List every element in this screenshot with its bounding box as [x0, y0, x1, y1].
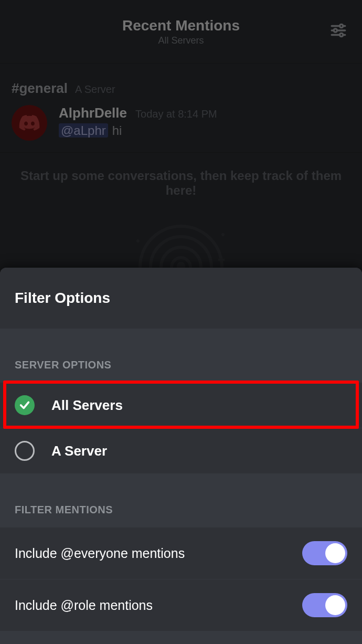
sheet-title: Filter Options — [15, 290, 347, 307]
server-option-a-server[interactable]: A Server — [0, 428, 362, 473]
svg-point-11 — [221, 233, 225, 236]
message-text: hi — [112, 123, 122, 138]
page-title: Recent Mentions — [122, 17, 240, 34]
server-options-header: SERVER OPTIONS — [0, 329, 362, 383]
radio-unchecked-icon — [15, 441, 35, 461]
avatar[interactable] — [12, 105, 47, 141]
svg-point-4 — [334, 29, 337, 32]
message-author: AlphrDelle — [59, 105, 127, 121]
message-timestamp: Today at 8:14 PM — [135, 108, 217, 120]
top-bar: Recent Mentions All Servers — [0, 0, 362, 63]
filter-mentions-header: FILTER MENTIONS — [0, 473, 362, 527]
svg-point-10 — [136, 239, 140, 242]
channel-name: #general — [12, 80, 68, 97]
toggle-label: Include @everyone mentions — [15, 546, 185, 561]
option-label: All Servers — [51, 397, 123, 414]
page-subtitle: All Servers — [122, 35, 240, 46]
toggle-include-role[interactable]: Include @role mentions — [0, 579, 362, 631]
option-label: A Server — [51, 443, 107, 459]
channel-header[interactable]: #general A Server — [0, 64, 362, 101]
server-name: A Server — [75, 83, 115, 96]
svg-point-3 — [340, 24, 343, 27]
toggle-label: Include @role mentions — [15, 598, 153, 613]
mention-message[interactable]: AlphrDelle Today at 8:14 PM @aLphrhi — [0, 101, 362, 152]
mention-pill[interactable]: @aLphr — [59, 123, 108, 138]
sheet-header: Filter Options — [0, 268, 362, 329]
filter-settings-icon[interactable] — [329, 22, 347, 41]
sheet-bottom-gap — [0, 631, 362, 644]
radio-checked-icon — [15, 395, 35, 415]
svg-rect-13 — [218, 259, 225, 261]
toggle-include-everyone[interactable]: Include @everyone mentions — [0, 527, 362, 579]
filter-options-sheet: Filter Options SERVER OPTIONS All Server… — [0, 268, 362, 644]
divider — [0, 152, 362, 153]
toggle-switch-on[interactable] — [302, 541, 347, 565]
empty-state-text: Start up some conversations, then keep t… — [16, 168, 346, 198]
server-option-all-servers[interactable]: All Servers — [0, 383, 362, 428]
toggle-switch-on[interactable] — [302, 593, 347, 617]
svg-point-5 — [340, 33, 343, 36]
